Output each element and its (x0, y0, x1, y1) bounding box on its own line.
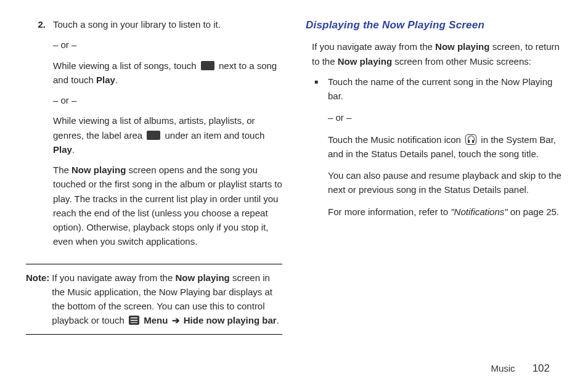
numbered-step: 2. Touch a song in your library to liste… (26, 17, 282, 255)
text: screen opens and the song you touched or… (53, 165, 282, 247)
text: . (72, 144, 75, 155)
play-label: Play (53, 144, 72, 155)
text: If you navigate away from the (312, 41, 435, 52)
text: under an item and touch (165, 130, 264, 141)
right-column: Displaying the Now Playing Screen If you… (306, 17, 562, 335)
page-footer: Music 102 (491, 362, 550, 375)
text: For more information, refer to (328, 206, 451, 217)
play-label: Play (96, 75, 115, 85)
now-playing-label: Now playing (71, 165, 126, 175)
footer-section: Music (491, 363, 515, 374)
text: Touch the Music notification icon (328, 134, 463, 145)
now-playing-label: Now playing (435, 41, 489, 52)
step-paragraph: The Now playing screen opens and the son… (53, 163, 282, 249)
text: screen from other Music screens: (394, 56, 531, 67)
reference-title: "Notifications" (451, 206, 507, 217)
text: . (277, 315, 279, 325)
now-playing-label: Now playing (175, 272, 229, 283)
text: If you navigate away from the (52, 272, 175, 283)
left-column: 2. Touch a song in your library to liste… (26, 17, 282, 335)
two-column-layout: 2. Touch a song in your library to liste… (26, 17, 562, 335)
bullet-body: Touch the name of the current song in th… (328, 75, 562, 226)
bulleted-item: ■ Touch the name of the current song in … (306, 75, 562, 226)
headphones-icon (465, 134, 476, 145)
bullet-paragraph: You can also pause and resume playback a… (328, 168, 562, 197)
bullet-paragraph: Touch the Music notification icon in the… (328, 133, 562, 161)
menu-icon (129, 316, 139, 325)
text: . (115, 75, 118, 85)
text: The (53, 165, 71, 175)
or-separator: – or – (328, 110, 562, 125)
now-playing-label: Now playing (338, 56, 392, 67)
hide-now-playing-label: Hide now playing bar (184, 315, 277, 325)
or-separator: – or – (53, 38, 282, 52)
arrow-icon: ➔ (172, 315, 180, 325)
text: on page 25. (510, 206, 559, 217)
context-box-icon (147, 131, 160, 140)
page-number: 102 (533, 362, 550, 375)
note-label: Note: (26, 271, 49, 328)
note-block: Note: If you navigate away from the Now … (26, 264, 282, 335)
step-number: 2. (35, 17, 46, 255)
step-paragraph: While viewing a list of songs, touch nex… (53, 59, 282, 88)
bullet-paragraph: Touch the name of the current song in th… (328, 75, 562, 104)
step-paragraph: While viewing a list of albums, artists,… (53, 113, 282, 157)
context-box-icon (201, 61, 214, 70)
step-body: Touch a song in your library to listen t… (53, 17, 282, 255)
note-body: If you navigate away from the Now playin… (52, 271, 282, 328)
bullet-paragraph: For more information, refer to "Notifica… (328, 205, 562, 219)
text: While viewing a list of songs, touch (53, 60, 199, 71)
intro-paragraph: If you navigate away from the Now playin… (306, 39, 562, 68)
square-bullet-icon: ■ (314, 75, 319, 226)
section-heading: Displaying the Now Playing Screen (306, 17, 562, 33)
step-line: Touch a song in your library to listen t… (53, 17, 282, 31)
manual-page: 2. Touch a song in your library to liste… (0, 0, 588, 392)
or-separator: – or – (53, 93, 282, 107)
menu-label: Menu (144, 315, 168, 325)
